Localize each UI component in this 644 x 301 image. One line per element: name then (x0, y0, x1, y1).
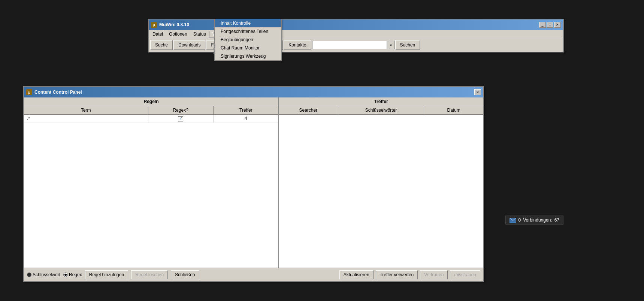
menu-status[interactable]: Status (190, 31, 209, 37)
regex-checkbox: ✓ (178, 116, 183, 121)
ccp-title-bar: μ Content Control Panel ✕ (24, 87, 483, 97)
bottom-right: Aktualisieren Treffer verwerfen Vertraue… (339, 270, 480, 279)
main-title-bar: μ MuWire 0.8.10 _ □ ✕ (149, 19, 563, 30)
main-window-title: MuWire 0.8.10 (159, 22, 189, 27)
jtattoo-watermark: Jtattoo (212, 44, 216, 54)
regeln-panel: Regeln Term Regex? Treffer .* ✓ 4 (24, 97, 279, 268)
th-regex: Regex? (148, 106, 214, 114)
envelope-icon (510, 218, 516, 223)
connections-count: 67 (554, 217, 559, 223)
radio-regex[interactable]: Regex (63, 272, 82, 277)
downloads-button[interactable]: Downloads (173, 40, 205, 50)
search-dropdown-button[interactable]: ▾ (388, 41, 394, 49)
radio-schlüsselwort-icon (27, 273, 31, 277)
search-input[interactable] (312, 41, 387, 49)
regeln-header: Regeln (24, 97, 278, 106)
treffer-table-body (279, 115, 483, 268)
radio-regex-icon (63, 273, 68, 277)
connections-label: Verbindungen: (523, 217, 552, 223)
ccp-bottom-bar: Schlüsselwort Regex Regel hinzufügen Reg… (24, 268, 483, 281)
treffer-verwerfen-button[interactable]: Treffer verwerfen (376, 270, 418, 279)
treffer-panel: Treffer Searcher Schlüsselwörter Datum (279, 97, 483, 268)
menu-item-chat-raum-monitor[interactable]: Chat Raum Monitor (215, 44, 281, 52)
td-treffer-value: 4 (214, 115, 278, 123)
minimize-button[interactable]: _ (539, 22, 546, 28)
ccp-window-title: Content Control Panel (34, 90, 82, 95)
th-schlusselworter: Schlüsselwörter (338, 106, 424, 114)
menu-datei[interactable]: Datei (149, 31, 166, 37)
vertrauen-button[interactable]: Vertrauen (420, 270, 448, 279)
main-window: μ MuWire 0.8.10 _ □ ✕ Datei Optionen Sta… (148, 19, 564, 52)
app-icon: μ (151, 22, 157, 28)
treffer-header: Treffer (279, 97, 483, 106)
menu-item-beglaubigungen[interactable]: Beglaubigungen (215, 36, 281, 44)
radio-schlüsselwort[interactable]: Schlüsselwort (27, 272, 60, 277)
td-regex-value: ✓ (148, 115, 214, 123)
table-row[interactable]: .* ✓ 4 (24, 115, 278, 123)
close-button[interactable]: ✕ (554, 22, 561, 28)
close-ccp-button[interactable]: Schließen (171, 270, 199, 279)
menu-item-signierungs-werkzeug[interactable]: Signierungs Werkzeug (215, 52, 281, 60)
toolbar: Suche Downloads Feeds Nachrichten Chat K… (149, 38, 563, 52)
regeln-table-header: Term Regex? Treffer (24, 106, 278, 115)
aktualisieren-button[interactable]: Aktualisieren (339, 270, 374, 279)
regeln-table-body: .* ✓ 4 (24, 115, 278, 268)
menu-bar: Datei Optionen Status Werkzeuge (149, 30, 563, 38)
suchen-button[interactable]: Suchen (395, 40, 420, 50)
radio-regex-label: Regex (69, 272, 82, 277)
menu-item-inhalt-kontrolle[interactable]: Inhalt Kontrolle (215, 19, 281, 27)
treffer-table-header: Searcher Schlüsselwörter Datum (279, 106, 483, 115)
misstrauen-button[interactable]: misstrauen (450, 270, 480, 279)
title-bar-controls: _ □ ✕ (539, 22, 561, 28)
radio-regex-filled (64, 274, 67, 276)
connections-status-bar: 0 Verbindungen: 67 (505, 216, 563, 225)
th-treffer: Treffer (214, 106, 278, 114)
th-datum: Datum (424, 106, 483, 114)
menu-item-fortgeschrittenes-teilen[interactable]: Fortgeschrittenes Teilen (215, 27, 281, 36)
ccp-window: μ Content Control Panel ✕ Regeln Term Re… (23, 86, 484, 282)
maximize-button[interactable]: □ (547, 22, 553, 28)
th-searcher: Searcher (279, 106, 338, 114)
add-rule-button[interactable]: Regel hinzufügen (85, 270, 128, 279)
th-term: Term (24, 106, 148, 114)
td-term-value: .* (24, 115, 148, 123)
werkzeuge-dropdown-menu: Inhalt Kontrolle Fortgeschrittenes Teile… (214, 19, 282, 61)
ccp-close-button[interactable]: ✕ (474, 89, 481, 95)
kontakte-button[interactable]: Kontakte (284, 40, 311, 50)
radio-schlüsselwort-label: Schlüsselwort (33, 272, 60, 277)
ccp-panels: Regeln Term Regex? Treffer .* ✓ 4 (24, 97, 483, 268)
ccp-content: Regeln Term Regex? Treffer .* ✓ 4 (24, 97, 483, 281)
menu-optionen[interactable]: Optionen (166, 31, 190, 37)
ccp-title-controls: ✕ (474, 89, 481, 95)
bottom-left: Schlüsselwort Regex Regel hinzufügen Reg… (27, 270, 199, 279)
delete-rule-button[interactable]: Regel löschen (131, 270, 168, 279)
suche-button[interactable]: Suche (150, 40, 173, 50)
mail-count: 0 (518, 217, 521, 223)
ccp-app-icon: μ (26, 89, 32, 95)
